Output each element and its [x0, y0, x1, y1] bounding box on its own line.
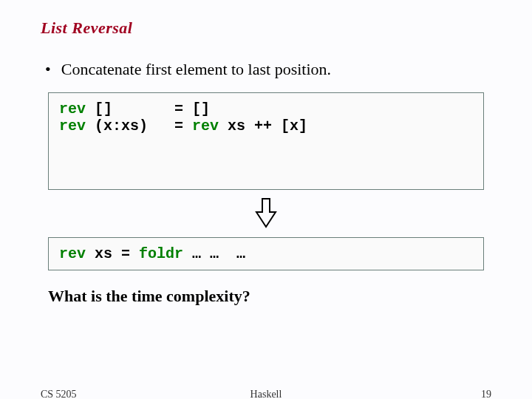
rev-keyword: rev: [59, 117, 86, 134]
code-foldr-box: rev xs = foldr … … …: [48, 237, 484, 270]
slide: List Reversal • Concatenate first elemen…: [0, 0, 532, 399]
code-line-2: rev (x:xs) = rev xs ++ [x]: [59, 117, 473, 134]
equals-op: =: [174, 117, 192, 134]
code-text: xs: [219, 117, 254, 134]
bullet-item: • Concatenate first element to last posi…: [41, 60, 491, 79]
equals-op: =: [174, 100, 192, 117]
rev-keyword: rev: [59, 100, 86, 117]
rev-keyword: rev: [59, 245, 86, 262]
slide-title: List Reversal: [41, 18, 491, 38]
bullet-text: Concatenate first element to last positi…: [61, 60, 331, 79]
equals-op: =: [121, 245, 139, 262]
code-text: []: [192, 100, 210, 117]
code-definition-box: rev [] = [] rev (x:xs) = rev xs ++ [x]: [48, 92, 484, 190]
code-text: (x:xs): [86, 117, 174, 134]
rev-keyword: rev: [192, 117, 219, 134]
code-text: [x]: [281, 117, 307, 134]
question-text: What is the time complexity?: [48, 287, 484, 306]
footer-topic: Haskell: [0, 389, 532, 399]
code-text: xs: [86, 245, 121, 262]
code-text: []: [86, 100, 174, 117]
concat-op: ++: [254, 117, 281, 134]
down-arrow-icon: [253, 197, 279, 230]
down-arrow: [41, 197, 491, 233]
code-line-1: rev [] = []: [59, 100, 473, 117]
foldr-keyword: foldr: [139, 245, 183, 262]
code-text: … … …: [183, 245, 245, 262]
code-line-foldr: rev xs = foldr … … …: [59, 245, 473, 262]
footer-page: 19: [481, 389, 491, 399]
bullet-dot: •: [45, 60, 51, 79]
